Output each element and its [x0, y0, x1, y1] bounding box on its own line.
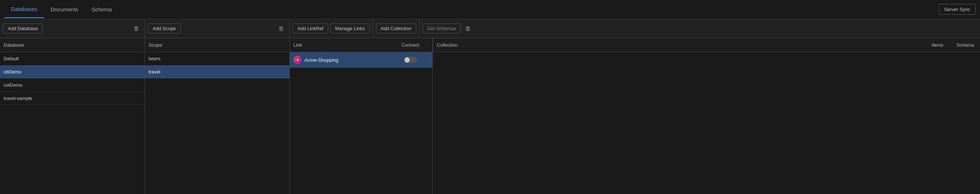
- get-schemas-area: Get Schemas 🗑: [420, 19, 476, 38]
- add-scope-button[interactable]: Add Scope: [148, 24, 181, 34]
- server-sync-button[interactable]: Server Sync: [939, 4, 975, 15]
- scope-row-beers[interactable]: beers: [145, 52, 290, 66]
- scope-column-labels: Scope: [145, 38, 290, 52]
- database-column: Add Database 🗑 Database Default cbDemo c…: [0, 19, 145, 194]
- main-content: Add Database 🗑 Database Default cbDemo c…: [0, 19, 980, 194]
- scope-rows-list: beers travel: [145, 52, 290, 194]
- database-row-default[interactable]: Default: [0, 52, 145, 66]
- delete-collection-icon[interactable]: 🗑: [463, 24, 473, 34]
- connect-header-label: Connect: [392, 42, 429, 48]
- database-row-travel-sample[interactable]: travel-sample: [0, 92, 145, 105]
- linkref-row-acme-shopping[interactable]: ✦ Acme-Shopping: [290, 52, 433, 68]
- collection-rows-list: [433, 52, 980, 194]
- database-column-labels: Database: [0, 38, 145, 52]
- collection-actions: Add Collection: [373, 19, 419, 38]
- add-database-button[interactable]: Add Database: [3, 24, 43, 34]
- get-schemas-button[interactable]: Get Schemas: [423, 24, 461, 34]
- connect-toggle-area[interactable]: [392, 56, 429, 63]
- link-header-label: Link: [293, 42, 392, 48]
- tab-documents[interactable]: Documents: [44, 1, 85, 18]
- linkref-row-content: ✦ Acme-Shopping: [293, 56, 429, 64]
- add-linkref-button[interactable]: Add LinkRef: [293, 24, 328, 34]
- scope-row-travel[interactable]: travel: [145, 66, 290, 79]
- linkref-labels: Link Connect: [290, 38, 433, 52]
- delete-database-icon[interactable]: 🗑: [131, 24, 142, 34]
- linkref-pane: Link Connect ✦ Acme-Shopping: [290, 38, 433, 194]
- database-rows-list: Default cbDemo colDemo travel-sample: [0, 52, 145, 194]
- delete-scope-icon[interactable]: 🗑: [276, 24, 286, 34]
- tab-databases[interactable]: Databases: [5, 1, 44, 18]
- linkref-rows-list: ✦ Acme-Shopping: [290, 52, 433, 194]
- acme-shopping-icon: ✦: [293, 56, 301, 64]
- tab-schema[interactable]: Schema: [85, 1, 118, 18]
- database-header-label: Database: [4, 42, 24, 48]
- collection-pane: Collection Items Schema: [433, 38, 980, 194]
- linkref-actions: Add LinkRef Manage Links: [290, 19, 372, 38]
- scope-column-header: Add Scope 🗑: [145, 19, 290, 38]
- right-content: Link Connect ✦ Acme-Shopping: [290, 38, 980, 194]
- schema-header-label: Schema: [947, 42, 976, 48]
- add-collection-button[interactable]: Add Collection: [376, 24, 416, 34]
- items-header-label: Items: [918, 42, 947, 48]
- tab-bar: Databases Documents Schema Server Sync: [0, 0, 980, 19]
- right-section: Add LinkRef Manage Links Add Collection …: [290, 19, 980, 194]
- linkref-link-info: ✦ Acme-Shopping: [293, 56, 392, 64]
- database-row-coldemo[interactable]: colDemo: [0, 79, 145, 92]
- collection-labels: Collection Items Schema: [433, 38, 980, 52]
- right-top-bar: Add LinkRef Manage Links Add Collection …: [290, 19, 980, 38]
- scope-header-label: Scope: [148, 42, 162, 48]
- database-column-header: Add Database 🗑: [0, 19, 145, 38]
- scope-column: Add Scope 🗑 Scope beers travel: [145, 19, 290, 194]
- connect-toggle-switch[interactable]: [404, 56, 417, 63]
- collection-header-label: Collection: [437, 42, 918, 48]
- manage-links-button[interactable]: Manage Links: [331, 24, 370, 34]
- toggle-knob: [404, 57, 410, 63]
- acme-shopping-label: Acme-Shopping: [304, 57, 339, 63]
- database-row-cbdemo[interactable]: cbDemo: [0, 66, 145, 79]
